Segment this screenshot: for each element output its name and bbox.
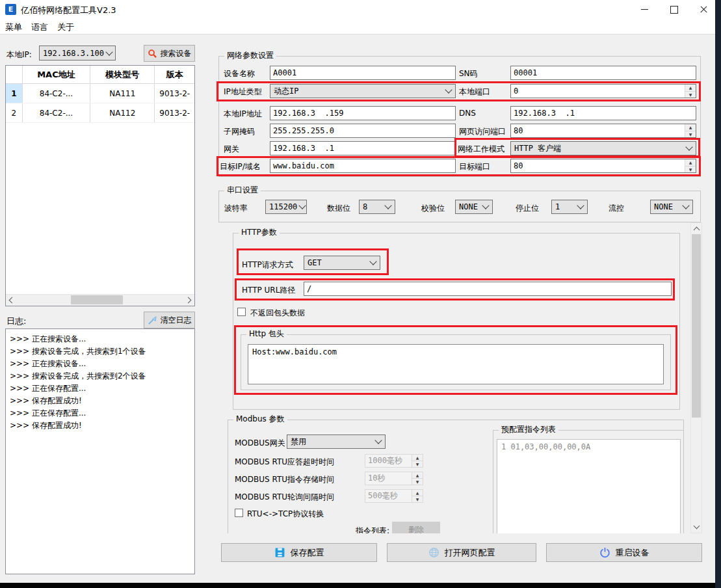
- save-icon: [274, 547, 285, 558]
- modbus-poll-label: MODBUS RTU轮询间隔时间: [235, 492, 334, 503]
- subnet-label: 子网掩码: [224, 126, 255, 137]
- chevron-down-icon: [482, 202, 489, 209]
- menu-item-menu[interactable]: 菜单: [5, 21, 22, 33]
- horizontal-scrollbar[interactable]: [6, 294, 194, 306]
- log-line: >>> 正在保存配置...: [10, 407, 190, 420]
- local-port-label: 本地端口: [459, 87, 490, 98]
- local-ip-addr-label: 本地IP地址: [224, 109, 262, 120]
- stopbits-select[interactable]: 1: [551, 200, 588, 214]
- http-method-select[interactable]: GET: [304, 256, 380, 270]
- dns-input[interactable]: 192.168.3 .1: [510, 106, 696, 120]
- open-web-config-button[interactable]: 打开网页配置: [387, 543, 536, 562]
- search-device-button[interactable]: 搜索设备: [144, 45, 195, 62]
- log-line: >>> 保存配置成功!: [10, 395, 190, 407]
- modbus-poll-spinner: 500毫秒 ▲▼: [365, 489, 423, 503]
- scrollbar-thumb[interactable]: [71, 295, 123, 304]
- baud-select[interactable]: 115200: [265, 200, 307, 214]
- scroll-left-icon[interactable]: [9, 297, 16, 304]
- http-header-textarea[interactable]: Host:www.baidu.com: [248, 344, 664, 384]
- table-row[interactable]: 1 84-C2-... NA111 9013-2-: [6, 84, 194, 103]
- work-mode-label: 网络工作模式: [458, 144, 505, 155]
- desktop-edge: [0, 583, 715, 588]
- local-ip-label: 本地IP:: [7, 49, 32, 60]
- spinner-buttons[interactable]: ▲▼: [685, 124, 696, 137]
- cell-mac: 84-C2-...: [23, 103, 90, 122]
- network-params-title: 网络参数设置: [224, 51, 276, 60]
- scroll-down-icon[interactable]: [694, 523, 700, 529]
- gateway-input[interactable]: 192.168.3 .1: [270, 141, 456, 155]
- restart-device-button[interactable]: 重启设备: [546, 543, 702, 562]
- target-ip-input[interactable]: www.baidu.com: [270, 159, 456, 173]
- http-url-input[interactable]: /: [304, 282, 672, 296]
- chevron-down-icon: [299, 202, 306, 209]
- spinner-buttons[interactable]: ▲▼: [685, 85, 696, 98]
- save-config-button[interactable]: 保存配置: [221, 543, 377, 562]
- cell-version: 9013-2-: [155, 84, 194, 103]
- ip-type-select[interactable]: 动态IP: [270, 84, 456, 98]
- modbus-store-spinner: 10秒 ▲▼: [365, 472, 423, 485]
- modbus-gateway-select[interactable]: 禁用: [287, 434, 386, 449]
- chevron-down-icon: [369, 258, 376, 265]
- http-group-title: HTTP参数: [239, 228, 280, 237]
- http-header-title: Http 包头: [246, 329, 287, 339]
- target-port-spinner[interactable]: 80 ▲▼: [510, 159, 696, 173]
- table-row[interactable]: 2 84-C2-... NA112 9013-2-: [6, 103, 194, 123]
- preset-cmd-item[interactable]: 1 01,03,00,00,00,0A: [501, 442, 676, 451]
- globe-icon: [428, 547, 439, 558]
- flow-select[interactable]: NONE: [650, 200, 693, 214]
- col-version: 版本: [155, 66, 194, 83]
- gateway-label: 网关: [224, 144, 239, 155]
- preset-cmd-list[interactable]: 1 01,03,00,00,00,0A: [497, 439, 681, 533]
- close-icon: [700, 5, 709, 14]
- no-header-checkbox[interactable]: [237, 308, 246, 316]
- maximize-button[interactable]: [664, 3, 684, 16]
- cell-model: NA112: [90, 103, 155, 122]
- minimize-button[interactable]: [635, 3, 654, 16]
- cell-version: 9013-2-: [155, 103, 194, 122]
- scrollbar-thumb[interactable]: [692, 234, 701, 418]
- preset-cmd-group: 预配置指令列表 1 01,03,00,00,00,0A: [493, 430, 684, 533]
- web-port-label: 网页访问端口: [459, 126, 506, 137]
- scroll-up-icon[interactable]: [694, 227, 700, 234]
- local-ip-value: 192.168.3.100: [43, 49, 104, 58]
- local-ip-addr-input[interactable]: 192.168.3 .159: [270, 106, 456, 120]
- scroll-right-icon[interactable]: [185, 297, 192, 304]
- sn-input[interactable]: 00001: [510, 66, 696, 80]
- parity-select[interactable]: NONE: [455, 200, 493, 214]
- local-ip-select[interactable]: 192.168.3.100: [39, 46, 116, 60]
- search-icon: [148, 49, 157, 59]
- menu-item-language[interactable]: 语言: [31, 21, 48, 33]
- cell-mac: 84-C2-...: [23, 84, 90, 103]
- databits-select[interactable]: 8: [359, 200, 395, 214]
- device-name-input[interactable]: A0001: [270, 66, 456, 80]
- preset-cmd-title: 预配置指令列表: [499, 425, 558, 434]
- vertical-scrollbar[interactable]: [690, 222, 702, 533]
- chevron-down-icon: [577, 202, 584, 209]
- log-line: >>> 搜索设备完成，共搜索到2个设备: [10, 370, 190, 382]
- app-logo-icon: E: [5, 4, 16, 15]
- clear-log-button[interactable]: 清空日志: [144, 312, 195, 328]
- web-port-spinner[interactable]: 80 ▲▼: [510, 124, 696, 138]
- work-mode-select[interactable]: HTTP 客户端: [510, 141, 696, 155]
- power-icon: [599, 547, 610, 558]
- menubar: 菜单 语言 关于: [0, 18, 715, 34]
- rtu-tcp-checkbox[interactable]: [235, 509, 243, 517]
- close-button[interactable]: [694, 3, 714, 16]
- baud-label: 波特率: [224, 203, 248, 214]
- http-method-label: HTTP请求方式: [242, 260, 293, 271]
- log-line: >>> 搜索设备完成，共搜索到1个设备: [10, 345, 190, 358]
- local-port-spinner[interactable]: 0 ▲▼: [510, 84, 696, 98]
- stopbits-label: 停止位: [516, 203, 539, 214]
- spinner-buttons[interactable]: ▲▼: [685, 159, 696, 172]
- rtu-tcp-label: RTU<->TCP协议转换: [247, 509, 324, 520]
- databits-label: 数据位: [327, 203, 350, 214]
- http-header-group: Http 包头 Host:www.baidu.com: [241, 334, 671, 390]
- chevron-down-icon: [384, 202, 391, 209]
- subnet-input[interactable]: 255.255.255.0: [270, 124, 456, 138]
- modbus-group: Modbus 参数 MODBUS网关 禁用 MODBUS RTU应答超时时间 1…: [228, 420, 684, 533]
- log-line: >>> 正在保存配置...: [10, 382, 190, 395]
- params-scroll-region: HTTP参数 HTTP请求方式 GET HTTP URL路径 / 不返回包头数据…: [224, 222, 690, 533]
- menu-item-about[interactable]: 关于: [57, 21, 74, 33]
- delete-button[interactable]: 删除: [392, 522, 440, 533]
- table-header-row: MAC地址 模块型号 版本: [6, 66, 194, 84]
